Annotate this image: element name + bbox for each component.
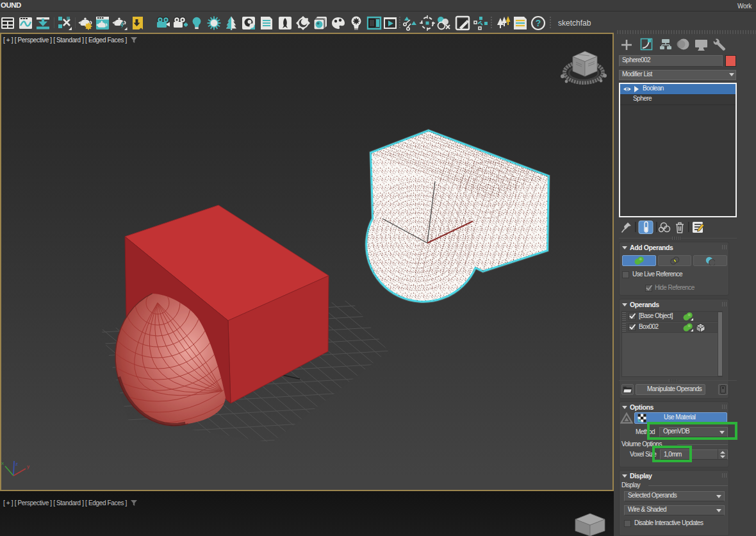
svg-text:z: z (15, 461, 18, 467)
svg-text:y: y (27, 464, 29, 469)
svg-text:?: ? (536, 18, 541, 28)
svg-text:x: x (1, 460, 4, 466)
